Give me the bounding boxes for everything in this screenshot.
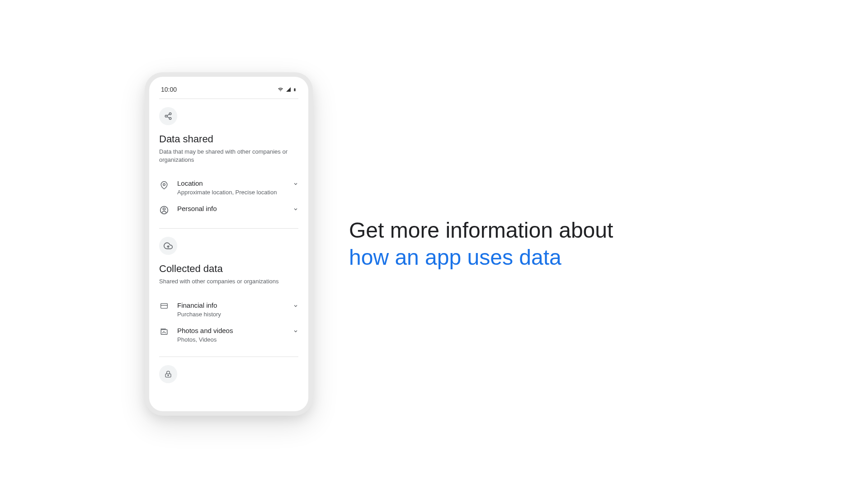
section-subtitle: Data that may be shared with other compa…: [159, 148, 298, 164]
item-personal-info[interactable]: Personal info: [159, 200, 298, 219]
svg-point-2: [169, 117, 171, 120]
status-time: 10:00: [161, 86, 177, 93]
section-title: Data shared: [159, 133, 298, 145]
svg-rect-8: [161, 303, 168, 308]
item-title: Location: [177, 179, 285, 187]
person-icon: [159, 205, 169, 215]
item-financial-info[interactable]: Financial info Purchase history: [159, 297, 298, 322]
status-bar: 10:00: [159, 77, 298, 99]
section-title: Collected data: [159, 263, 298, 275]
media-icon: [159, 327, 169, 336]
status-icons: [277, 87, 297, 93]
svg-point-5: [163, 184, 165, 186]
svg-point-12: [168, 375, 169, 375]
item-location[interactable]: Location Approximate location, Precise l…: [159, 175, 298, 200]
headline-line1: Get more information about: [349, 217, 613, 244]
svg-line-4: [167, 114, 169, 116]
item-title: Photos and videos: [177, 327, 285, 334]
item-detail: Approximate location, Precise location: [177, 189, 285, 196]
lock-icon: [159, 365, 177, 383]
item-title: Personal info: [177, 205, 285, 212]
chevron-down-icon: [293, 179, 298, 187]
svg-point-0: [169, 113, 171, 115]
svg-point-7: [163, 208, 165, 210]
section-subtitle: Shared with other companies or organizat…: [159, 277, 298, 286]
item-detail: Purchase history: [177, 311, 285, 318]
item-title: Financial info: [177, 301, 285, 309]
section-collected-data: Collected data Shared with other compani…: [159, 237, 298, 357]
headline-line2: how an app uses data: [349, 244, 613, 271]
svg-line-3: [167, 117, 169, 118]
chevron-down-icon: [293, 327, 298, 334]
phone-screen: 10:00 Data shared: [149, 77, 308, 411]
wifi-icon: [277, 87, 284, 92]
chevron-down-icon: [293, 205, 298, 212]
battery-icon: [293, 87, 297, 93]
phone-frame: 10:00 Data shared: [145, 72, 313, 416]
credit-card-icon: [159, 301, 169, 310]
chevron-down-icon: [293, 301, 298, 309]
section-data-shared: Data shared Data that may be shared with…: [159, 107, 298, 229]
location-icon: [159, 179, 169, 190]
item-photos-videos[interactable]: Photos and videos Photos, Videos: [159, 322, 298, 347]
headline: Get more information about how an app us…: [349, 217, 613, 271]
cloud-icon: [159, 237, 177, 255]
share-icon: [159, 107, 177, 125]
svg-point-1: [165, 115, 167, 117]
item-detail: Photos, Videos: [177, 336, 285, 343]
signal-icon: [285, 87, 292, 92]
